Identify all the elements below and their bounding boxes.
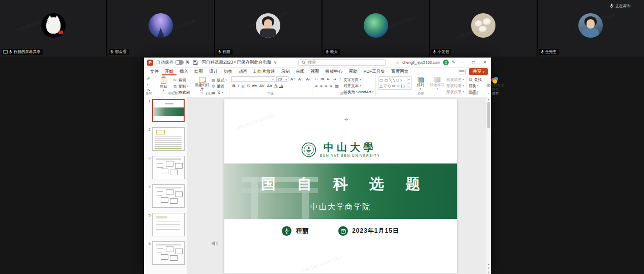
slide-thumbnail-5[interactable]: 5	[146, 213, 187, 236]
thumbnail-preview	[152, 156, 185, 179]
shape-outline-button[interactable]: 形状轮廓 ▾	[447, 83, 464, 89]
highlight-color-button[interactable]: ✎	[274, 83, 279, 89]
account-avatar[interactable]: C	[443, 60, 449, 65]
underline-button[interactable]: U	[241, 83, 246, 89]
previous-slide-button[interactable]: ▴	[488, 262, 489, 266]
share-button[interactable]: 共享 ▾	[469, 68, 488, 75]
font-name-select[interactable]: ▾	[231, 76, 275, 82]
replace-button[interactable]: 替换 ▾	[469, 83, 482, 89]
tab-record[interactable]: 录制	[278, 68, 293, 75]
save-to-baidu-button[interactable]: 保存到百度网盘	[486, 76, 505, 92]
tab-slideshow[interactable]: 幻灯片放映	[250, 68, 278, 75]
justify-button[interactable]: ≡	[329, 84, 334, 89]
tab-home[interactable]: 开始	[162, 68, 177, 75]
shape-gallery[interactable]: ▭▭╲╲□○ △▽◇⇨☆{} ▴▾˅	[378, 76, 412, 90]
autosave-state: 关	[185, 60, 190, 66]
autosave-toggle[interactable]: 自动保存 关	[156, 60, 190, 66]
grow-font-button[interactable]: A↑	[289, 76, 296, 82]
tab-design[interactable]: 设计	[206, 68, 221, 75]
shape-gallery-scroll[interactable]: ▴▾˅	[407, 77, 410, 89]
participant-tile-1[interactable]: +8618222147564 ˙ ˙ 程丽的屏幕共享	[0, 0, 106, 57]
tab-transitions[interactable]: 切换	[221, 68, 236, 75]
participant-tile-3[interactable]: +8618222147564 程丽	[215, 0, 321, 57]
document-title: 国自科选题2023 • 已保存到此台电脑 ∨	[202, 60, 277, 66]
copy-button[interactable]: ⧉复制 ▾	[173, 84, 190, 89]
font-size-select[interactable]: 20▾	[276, 76, 288, 82]
paste-button[interactable]: 粘贴 ▾	[156, 76, 171, 91]
title-dropdown-icon[interactable]: ∨	[274, 60, 277, 65]
tab-review[interactable]: 审阅	[293, 68, 308, 75]
align-center-button[interactable]: ≡	[319, 84, 324, 89]
quick-styles-button[interactable]: 快速样式 ▾	[430, 76, 445, 90]
scrollbar-thumb[interactable]	[487, 102, 490, 128]
slide-editor-canvas[interactable]: +8618222147564 +8618222147564 +861822214…	[187, 97, 491, 274]
tab-template-center[interactable]: 模板中心	[323, 68, 346, 75]
bold-button[interactable]: B	[231, 83, 237, 89]
save-icon[interactable]	[193, 60, 198, 65]
numbering-button[interactable]: ≔	[319, 76, 326, 82]
collapse-ribbon-icon[interactable]: ˅	[487, 92, 489, 95]
character-spacing-button[interactable]: AV	[258, 83, 266, 89]
layout-button[interactable]: ▤版式 ▾	[211, 77, 227, 83]
text-direction-button[interactable]: 文字方向 ▾	[343, 77, 373, 83]
tab-draw[interactable]: 绘图	[191, 68, 206, 75]
tab-help[interactable]: 帮助	[346, 68, 361, 75]
font-color-button[interactable]: A	[279, 83, 284, 89]
search-input[interactable]: 搜索	[298, 59, 386, 66]
scroll-down-arrow[interactable]: ▾	[488, 270, 489, 274]
tab-baidu-netdisk[interactable]: 百度网盘	[388, 68, 412, 75]
strikethrough-button[interactable]: ab	[251, 83, 258, 89]
scroll-up-arrow[interactable]: ▴	[488, 97, 489, 101]
group-label: 绘图	[376, 91, 466, 96]
slide-thumbnail-1[interactable]: 1	[146, 99, 187, 122]
decrease-indent-button[interactable]: ⇤	[326, 76, 332, 82]
participant-strip: +8618222147564 ˙ ˙ 程丽的屏幕共享 +861822214756…	[0, 0, 644, 57]
reset-button[interactable]: ⟳重置	[211, 84, 227, 89]
line-spacing-button[interactable]: ↕	[338, 76, 342, 82]
slide-thumbnail-4[interactable]: 4	[146, 184, 187, 208]
align-text-button[interactable]: 对齐文本 ▾	[343, 83, 373, 89]
close-button[interactable]: ✕	[481, 58, 489, 67]
mic-icon	[541, 50, 544, 54]
tab-insert[interactable]: 插入	[177, 68, 191, 75]
shrink-font-button[interactable]: A↓	[297, 76, 304, 82]
text-shadow-button[interactable]: S	[246, 83, 251, 89]
increase-indent-button[interactable]: ⇥	[332, 76, 338, 82]
participant-tile-2[interactable]: +8618222147564 郁金香	[107, 0, 214, 57]
italic-button[interactable]: I	[237, 83, 240, 89]
find-button[interactable]: 查找	[469, 77, 482, 83]
participant-tile-5[interactable]: +8618222147564 小笼包	[430, 0, 536, 57]
slide-1[interactable]: +8618222147564 +8618222147564 +861822214…	[224, 99, 457, 274]
restore-button[interactable]: ▢	[470, 58, 478, 67]
arrange-button[interactable]: 排列 ▾	[413, 76, 428, 90]
clipboard-group: 粘贴 ▾ ✂剪切 ⧉复制 ▾ ✎格式刷 剪贴板	[154, 75, 193, 96]
tab-animations[interactable]: 动画	[236, 68, 250, 75]
minimize-button[interactable]: —	[458, 58, 466, 67]
cut-button[interactable]: ✂剪切	[173, 77, 190, 83]
slide-thumbnail-3[interactable]: 3	[146, 156, 187, 179]
shape-fill-button[interactable]: 形状填充 ▾	[447, 77, 464, 83]
toggle-switch[interactable]	[175, 60, 184, 65]
bullets-button[interactable]: ∷	[314, 76, 319, 82]
tab-pdf-tools[interactable]: PDF工具集	[361, 68, 389, 75]
participant-tile-4[interactable]: +8618222147564 晓天	[323, 0, 429, 57]
slide-thumbnail-6[interactable]: 6	[146, 241, 187, 265]
sync-warning-icon[interactable]: ⚠	[396, 60, 399, 65]
powerpoint-icon: P	[147, 60, 153, 66]
align-right-button[interactable]: ≡	[324, 84, 329, 89]
next-slide-button[interactable]: ▾	[488, 266, 489, 270]
change-case-button[interactable]: Aa	[266, 83, 273, 89]
tab-file[interactable]: 文件	[147, 68, 162, 75]
vertical-scrollbar[interactable]: ▴ ▴ ▾ ▾	[486, 97, 491, 274]
align-left-button[interactable]: ≡	[314, 84, 319, 89]
slide-thumbnail-2[interactable]: 2	[146, 127, 187, 151]
clear-formatting-button[interactable]: A̶	[305, 76, 309, 82]
undo-group: ↶ ▾ ↷ 撤消	[144, 75, 154, 96]
tab-view[interactable]: 视图	[308, 68, 323, 75]
slide-thumbnail-panel: 1 2 3 4 5 6	[144, 97, 187, 274]
editing-mode-icon[interactable]: ✎	[452, 60, 455, 65]
audio-object-icon[interactable]	[211, 240, 219, 249]
comments-button[interactable]	[458, 69, 466, 74]
columns-button[interactable]: ▥	[334, 84, 340, 89]
undo-button[interactable]: ↶ ▾	[146, 76, 152, 88]
